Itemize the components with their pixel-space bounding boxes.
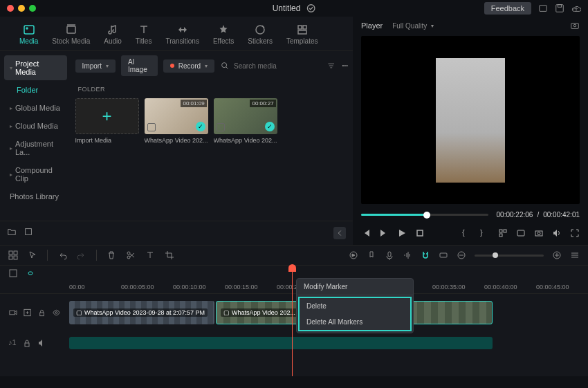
tab-media[interactable]: Media — [12, 21, 45, 50]
new-bin-icon[interactable] — [24, 227, 33, 237]
progress-bar[interactable] — [361, 214, 488, 216]
cast-icon[interactable] — [516, 228, 526, 238]
snapshot-icon[interactable] — [570, 21, 580, 30]
camera-icon[interactable] — [534, 228, 544, 238]
track-select-icon[interactable] — [8, 268, 18, 278]
preview-viewport[interactable] — [361, 36, 580, 204]
folder-heading: FOLDER — [78, 86, 349, 93]
undo-icon[interactable] — [57, 250, 67, 260]
search-box[interactable] — [220, 61, 322, 71]
ai-image-button[interactable]: AI Image — [121, 55, 158, 76]
record-icon — [170, 64, 174, 68]
audio-track-icon[interactable] — [403, 250, 412, 260]
close-window[interactable] — [7, 5, 14, 12]
ctx-delete[interactable]: Delete — [300, 298, 410, 314]
pointer-icon[interactable] — [28, 250, 37, 260]
media-thumb[interactable]: 00:00:27✓ WhatsApp Video 202... — [214, 98, 277, 144]
ctx-modify-marker[interactable]: Modify Marker — [297, 279, 413, 295]
quality-select[interactable]: Full Quality▾ — [392, 22, 434, 30]
split-icon[interactable] — [126, 250, 136, 260]
track-lock-icon[interactable] — [22, 338, 32, 348]
zoom-in-icon[interactable] — [552, 250, 562, 260]
svg-point-24 — [538, 232, 540, 235]
audio-clip[interactable] — [69, 337, 493, 349]
ctx-delete-all-markers[interactable]: Delete All Markers — [300, 314, 410, 330]
layout-grid-icon[interactable] — [8, 250, 18, 260]
svg-point-14 — [346, 65, 347, 66]
tab-templates[interactable]: Templates — [279, 21, 325, 50]
media-tabs: Media Stock Media Audio Titles Transitio… — [0, 17, 353, 51]
tab-audio[interactable]: Audio — [97, 21, 129, 50]
export-icon[interactable] — [571, 3, 581, 13]
tab-effects[interactable]: Effects — [206, 21, 241, 50]
window-controls[interactable] — [7, 5, 36, 12]
svg-rect-25 — [9, 251, 12, 255]
svg-rect-16 — [571, 24, 579, 29]
video-track-icon[interactable] — [8, 308, 17, 317]
save-icon[interactable] — [555, 3, 564, 13]
mic-icon[interactable] — [385, 250, 394, 260]
sidebar-folder[interactable]: Folder — [4, 82, 67, 98]
track-link-icon[interactable] — [25, 268, 35, 278]
link-icon[interactable] — [439, 250, 448, 260]
mark-in-icon[interactable]: { — [462, 228, 472, 238]
media-thumb[interactable]: 00:01:09✓ WhatsApp Video 202... — [145, 98, 208, 144]
settings-icon[interactable] — [498, 228, 508, 238]
minimize-window[interactable] — [18, 5, 25, 12]
tab-titles[interactable]: Titles — [129, 21, 159, 50]
next-frame-icon[interactable] — [379, 228, 389, 238]
sidebar-adjustment-layer[interactable]: ▸Adjustment La... — [4, 136, 67, 160]
import-button[interactable]: Import▾ — [75, 59, 116, 73]
zoom-handle[interactable] — [493, 252, 498, 258]
document-title: Untitled — [273, 3, 301, 13]
filter-icon[interactable] — [327, 61, 335, 71]
more-icon[interactable] — [341, 61, 349, 71]
record-button[interactable]: Record▾ — [163, 59, 214, 73]
volume-icon[interactable] — [552, 228, 562, 238]
track-visible-icon[interactable] — [52, 308, 61, 317]
sidebar-compound-clip[interactable]: ▸Compound Clip — [4, 162, 67, 187]
sidebar-cloud-media[interactable]: ▸Cloud Media — [4, 118, 67, 134]
svg-rect-37 — [10, 311, 15, 315]
maximize-window[interactable] — [29, 5, 36, 12]
text-icon[interactable] — [145, 250, 155, 260]
import-media-tile[interactable]: + Import Media — [75, 98, 139, 144]
new-folder-icon[interactable] — [7, 227, 17, 237]
current-time: 00:00:22:06 — [497, 211, 533, 219]
track-view-icon[interactable] — [570, 250, 580, 260]
track-lock-icon[interactable] — [37, 308, 46, 317]
zoom-slider[interactable] — [475, 255, 544, 257]
fullscreen-icon[interactable] — [570, 228, 580, 238]
stop-icon[interactable] — [415, 228, 425, 238]
play-icon[interactable] — [397, 228, 407, 238]
sidebar-photos-library[interactable]: Photos Library — [4, 188, 67, 205]
layout-icon[interactable] — [538, 3, 548, 13]
tab-stickers[interactable]: Stickers — [241, 21, 279, 50]
check-icon: ✓ — [196, 122, 205, 131]
track-mute-icon[interactable] — [37, 338, 47, 348]
marker-icon[interactable] — [367, 250, 376, 260]
render-icon[interactable] — [349, 250, 358, 260]
check-icon: ✓ — [265, 122, 275, 131]
redo-icon[interactable] — [77, 250, 86, 260]
crop-icon[interactable] — [165, 250, 174, 260]
search-input[interactable] — [234, 62, 322, 70]
video-clip[interactable]: ▢WhatsApp Video 2023-09-28 at 2:07:57 PM — [69, 301, 214, 324]
delete-icon[interactable] — [107, 250, 116, 260]
timeline-ruler[interactable]: 00:00 00:00:05:00 00:00:10:00 00:00:15:0… — [0, 281, 588, 294]
track-add-icon[interactable] — [23, 308, 32, 317]
sidebar-project-media[interactable]: ▾Project Media — [4, 55, 67, 80]
prev-frame-icon[interactable] — [361, 228, 371, 238]
zoom-out-icon[interactable] — [457, 250, 466, 260]
svg-point-13 — [344, 65, 345, 66]
playhead[interactable] — [292, 266, 293, 376]
tab-transitions[interactable]: Transitions — [158, 21, 206, 50]
progress-handle[interactable] — [423, 212, 430, 219]
feedback-button[interactable]: Feedback — [484, 2, 531, 15]
magnet-icon[interactable] — [421, 250, 430, 260]
sidebar-global-media[interactable]: ▸Global Media — [4, 100, 67, 116]
svg-point-11 — [222, 63, 227, 68]
mark-out-icon[interactable]: } — [480, 228, 490, 238]
collapse-panel-icon[interactable] — [333, 227, 346, 239]
tab-stock-media[interactable]: Stock Media — [45, 21, 97, 50]
